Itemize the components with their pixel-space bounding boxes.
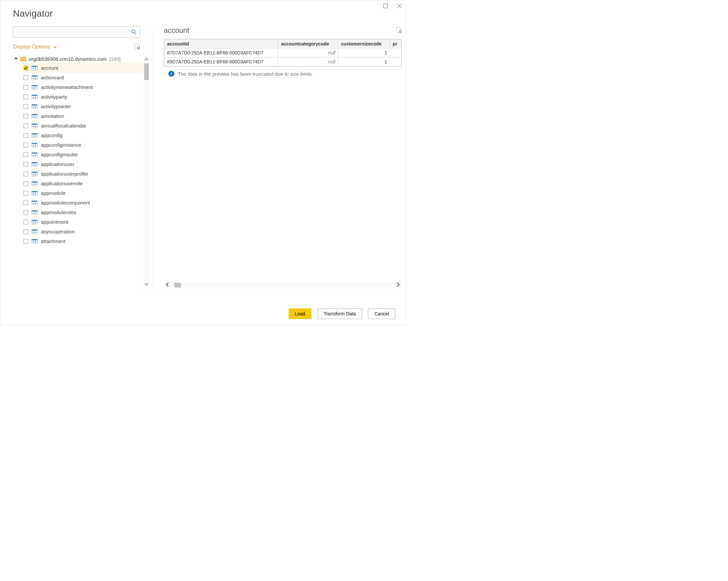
refresh-page-icon[interactable] <box>134 43 140 51</box>
column-header[interactable]: accountid <box>164 39 278 49</box>
transform-data-button[interactable]: Transform Data <box>317 309 362 319</box>
table-row[interactable]: 89D7A7D0-292A-EB11-BF68-000D3AFC74D7null… <box>164 57 401 67</box>
scroll-thumb[interactable] <box>174 283 181 288</box>
tree-root[interactable]: org0b539308.crm10.dynamics.com [199] <box>13 55 144 63</box>
tree-item-actioncard[interactable]: actioncard <box>23 73 144 82</box>
load-button[interactable]: Load <box>289 309 312 319</box>
checkbox[interactable] <box>24 66 28 70</box>
display-options-dropdown[interactable]: Display Options <box>13 44 57 50</box>
table-icon <box>31 85 37 90</box>
tree-item-label: account <box>41 65 58 71</box>
checkbox[interactable] <box>24 210 28 215</box>
tree-item-appmodulecomponent[interactable]: appmodulecomponent <box>23 198 144 208</box>
tree-item-label: applicationuserrole <box>41 181 83 186</box>
svg-rect-47 <box>31 143 37 144</box>
tree-item-appointment[interactable]: appointment <box>23 217 144 227</box>
info-icon: i <box>168 71 174 77</box>
tree-item-activitypointer[interactable]: activitypointer <box>23 102 144 111</box>
checkbox[interactable] <box>24 143 28 148</box>
display-options-label: Display Options <box>13 44 50 50</box>
scroll-up-icon[interactable] <box>145 55 149 63</box>
cell-accountcategorycode: null <box>278 57 338 67</box>
tree-item-label: appconfigmaster <box>41 152 78 157</box>
dialog-title: Navigator <box>0 0 406 26</box>
folder-icon <box>20 57 26 61</box>
cancel-button[interactable]: Cancel <box>368 309 395 319</box>
table-icon <box>31 181 37 186</box>
table-icon <box>31 143 37 148</box>
checkbox[interactable] <box>24 75 28 80</box>
cell-accountid: 87D7A7D0-292A-EB11-BF68-000D3AFC74D7 <box>164 49 278 57</box>
checkbox[interactable] <box>24 114 28 118</box>
preview-pane: account accountidaccountcategorycodecust… <box>152 26 406 289</box>
tree-item-attachment[interactable]: attachment <box>23 236 144 246</box>
tree-item-applicationuserrole[interactable]: applicationuserrole <box>23 179 144 188</box>
svg-rect-52 <box>31 152 37 154</box>
table-icon <box>31 133 37 138</box>
tree-item-activitymimeattachment[interactable]: activitymimeattachment <box>23 82 144 92</box>
column-header[interactable]: accountcategorycode <box>278 39 338 49</box>
svg-rect-62 <box>31 171 37 173</box>
svg-rect-37 <box>31 124 37 125</box>
checkbox[interactable] <box>24 191 28 195</box>
scroll-left-icon[interactable] <box>164 282 171 288</box>
svg-rect-7 <box>31 66 37 67</box>
checkbox[interactable] <box>24 171 28 176</box>
tree-item-label: applicationuserprofile <box>41 171 88 177</box>
tree-item-asyncoperation[interactable]: asyncoperation <box>23 227 144 236</box>
tree-item-appconfigmaster[interactable]: appconfigmaster <box>23 150 144 159</box>
preview-horizontal-scrollbar[interactable] <box>164 282 402 289</box>
preview-title: account <box>164 26 189 35</box>
close-button[interactable] <box>396 3 402 9</box>
maximize-button[interactable] <box>383 3 389 9</box>
scroll-down-icon[interactable] <box>145 280 149 289</box>
column-header[interactable]: pr <box>390 39 401 49</box>
tree-item-appmodule[interactable]: appmodule <box>23 188 144 198</box>
tree-item-label: activityparty <box>41 94 67 100</box>
tree-item-label: appmodule <box>41 190 66 196</box>
tree-item-applicationuserprofile[interactable]: applicationuserprofile <box>23 169 144 179</box>
svg-rect-57 <box>31 162 37 163</box>
cell-accountcategorycode: null <box>278 49 338 57</box>
checkbox[interactable] <box>24 133 28 138</box>
tree-item-label: annotation <box>41 113 64 119</box>
tree-vertical-scrollbar[interactable] <box>144 55 150 289</box>
checkbox[interactable] <box>24 201 28 205</box>
tree-item-applicationuser[interactable]: applicationuser <box>23 159 144 169</box>
search-input[interactable] <box>13 26 140 37</box>
search-icon[interactable] <box>131 29 137 36</box>
checkbox[interactable] <box>24 162 28 167</box>
column-header[interactable]: customersizecode <box>338 39 390 49</box>
checkbox[interactable] <box>24 95 28 99</box>
table-icon <box>31 220 37 225</box>
checkbox[interactable] <box>24 230 28 234</box>
tree-item-appmoduleroles[interactable]: appmoduleroles <box>23 208 144 217</box>
checkbox[interactable] <box>24 181 28 186</box>
table-icon <box>31 191 37 195</box>
checkbox[interactable] <box>24 220 28 225</box>
table-row[interactable]: 87D7A7D0-292A-EB11-BF68-000D3AFC74D7null… <box>164 49 401 57</box>
tree-item-appconfig[interactable]: appconfig <box>23 130 144 140</box>
tree-item-appconfiginstance[interactable]: appconfiginstance <box>23 140 144 150</box>
checkbox[interactable] <box>24 85 28 90</box>
tree-item-annotation[interactable]: annotation <box>23 111 144 121</box>
tree-item-label: appmodulecomponent <box>41 200 90 206</box>
checkbox[interactable] <box>24 152 28 157</box>
tree-item-label: appmoduleroles <box>41 210 76 215</box>
chevron-down-icon <box>53 44 57 50</box>
tree-item-label: appointment <box>41 219 69 225</box>
tree-item-label: activitymimeattachment <box>41 84 93 90</box>
checkbox[interactable] <box>24 104 28 109</box>
scroll-right-icon[interactable] <box>394 282 402 288</box>
tree-item-activityparty[interactable]: activityparty <box>23 92 144 102</box>
svg-rect-97 <box>31 239 37 240</box>
checkbox[interactable] <box>24 124 28 128</box>
scroll-thumb[interactable] <box>144 63 149 80</box>
table-icon <box>31 162 37 167</box>
tree-item-account[interactable]: account <box>23 63 144 73</box>
tree-item-label: appconfiginstance <box>41 142 81 148</box>
svg-rect-17 <box>31 85 37 86</box>
checkbox[interactable] <box>24 239 28 244</box>
tree-item-annualfiscalcalendar[interactable]: annualfiscalcalendar <box>23 121 144 130</box>
refresh-preview-icon[interactable] <box>396 27 402 34</box>
